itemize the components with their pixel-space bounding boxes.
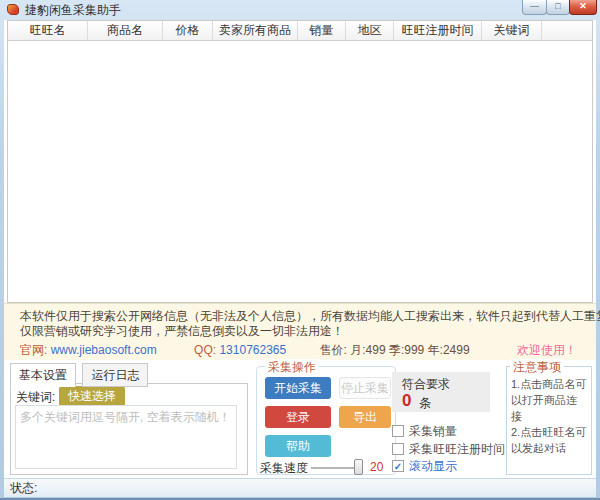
- disclaimer-line-1: 本软件仅用于搜索公开网络信息（无非法及个人信息），所有数据均能人工搜索出来，软件…: [20, 309, 582, 324]
- disclaimer-panel: 本软件仅用于搜索公开网络信息（无非法及个人信息），所有数据均能人工搜索出来，软件…: [4, 303, 596, 360]
- stop-collect-button[interactable]: 停止采集: [339, 377, 391, 399]
- site-url-link[interactable]: www.jiebaosoft.com: [51, 343, 157, 357]
- scroll-display-label: 滚动显示: [409, 458, 457, 475]
- window-title: 捷豹闲鱼采集助手: [25, 0, 121, 20]
- match-count-box: 符合要求 0 条: [392, 372, 490, 412]
- results-table: 旺旺名 商品名 价格 卖家所有商品 销量 地区 旺旺注册时间 关键词: [7, 20, 593, 303]
- scroll-display-checkbox[interactable]: [392, 460, 404, 472]
- column-header-wangwang-name[interactable]: 旺旺名: [8, 21, 88, 40]
- collection-operations-title: 采集操作: [265, 359, 319, 376]
- settings-tabs: 基本设置 运行日志: [10, 363, 150, 384]
- app-icon: [7, 4, 19, 15]
- titlebar[interactable]: 捷豹闲鱼采集助手 — □ ✕: [0, 0, 600, 20]
- price-label: 售价:: [320, 343, 347, 357]
- status-bar: 状态:: [4, 478, 596, 497]
- collect-regtime-checkbox[interactable]: [392, 443, 404, 455]
- keyword-label: 关键词:: [16, 389, 55, 406]
- speed-slider-thumb[interactable]: [354, 459, 363, 475]
- quick-select-button[interactable]: 快速选择: [59, 386, 125, 407]
- collect-regtime-label: 采集旺旺注册时间: [409, 441, 505, 458]
- column-header-keyword[interactable]: 关键词: [482, 21, 542, 40]
- maximize-button[interactable]: □: [546, 0, 570, 15]
- collect-sales-label: 采集销量: [409, 423, 457, 440]
- login-button[interactable]: 登录: [265, 406, 331, 428]
- help-button[interactable]: 帮助: [265, 435, 331, 457]
- contact-line: 官网: www.jiebaosoft.com QQ: 1310762365 售价…: [20, 342, 582, 359]
- note-line-1: 1.点击商品名可以打开商品连接: [511, 376, 587, 424]
- disclaimer-line-2: 仅限营销或研究学习使用，严禁信息倒卖以及一切非法用途！: [20, 324, 582, 339]
- start-collect-button[interactable]: 开始采集: [265, 377, 331, 399]
- option-collect-sales[interactable]: 采集销量: [392, 424, 457, 438]
- column-header-seller-items[interactable]: 卖家所有商品: [213, 21, 298, 40]
- match-unit: 条: [419, 395, 431, 412]
- column-header-region[interactable]: 地区: [346, 21, 394, 40]
- match-count: 0: [402, 391, 411, 411]
- price-text: 月:499 季:999 年:2499: [350, 343, 469, 357]
- tab-run-log[interactable]: 运行日志: [82, 363, 148, 387]
- collection-operations-group: 采集操作 开始采集 停止采集 登录 导出 帮助 采集速度 20: [256, 366, 396, 475]
- column-header-price[interactable]: 价格: [163, 21, 213, 40]
- column-header-empty: [542, 21, 592, 40]
- keyword-input[interactable]: [15, 405, 237, 469]
- qq-label: QQ:: [194, 343, 216, 357]
- controls-panel: 基本设置 运行日志 关键词: 快速选择 采集操作 开始采集 停止采集 登录 导出…: [4, 360, 596, 478]
- close-button[interactable]: ✕: [569, 0, 597, 15]
- notes-body: 1.点击商品名可以打开商品连接 2.点击旺旺名可以发起对话: [507, 367, 591, 456]
- option-scroll-display[interactable]: 滚动显示: [392, 459, 457, 473]
- status-label: 状态:: [10, 479, 37, 497]
- notes-title: 注意事项: [510, 359, 564, 376]
- qq-number-link[interactable]: 1310762365: [219, 343, 286, 357]
- note-line-2: 2.点击旺旺名可以发起对话: [511, 424, 587, 456]
- column-header-product-name[interactable]: 商品名: [88, 21, 163, 40]
- basic-settings-panel: 关键词: 快速选择: [10, 383, 248, 475]
- window-controls: — □ ✕: [523, 0, 597, 15]
- tab-basic-settings[interactable]: 基本设置: [10, 363, 76, 387]
- site-label: 官网:: [20, 343, 47, 357]
- speed-label: 采集速度: [260, 460, 308, 477]
- collect-sales-checkbox[interactable]: [392, 425, 404, 437]
- disclaimer-text: 本软件仅用于搜索公开网络信息（无非法及个人信息），所有数据均能人工搜索出来，软件…: [20, 309, 600, 323]
- notes-group: 注意事项 1.点击商品名可以打开商品连接 2.点击旺旺名可以发起对话: [506, 366, 592, 475]
- column-header-register-time[interactable]: 旺旺注册时间: [394, 21, 482, 40]
- client-area: 旺旺名 商品名 价格 卖家所有商品 销量 地区 旺旺注册时间 关键词 本软件仅用…: [4, 20, 596, 497]
- minimize-button[interactable]: —: [522, 0, 547, 15]
- app-window: 捷豹闲鱼采集助手 — □ ✕ 旺旺名 商品名 价格 卖家所有商品 销量 地区 旺…: [0, 0, 600, 500]
- speed-slider-track[interactable]: [311, 467, 357, 469]
- table-header-row: 旺旺名 商品名 价格 卖家所有商品 销量 地区 旺旺注册时间 关键词: [8, 21, 592, 41]
- welcome-text: 欢迎使用！: [517, 343, 577, 357]
- table-body-empty: [8, 41, 592, 302]
- column-header-sales[interactable]: 销量: [298, 21, 346, 40]
- export-button[interactable]: 导出: [339, 406, 391, 428]
- speed-value: 20: [370, 460, 383, 474]
- option-collect-regtime[interactable]: 采集旺旺注册时间: [392, 442, 505, 456]
